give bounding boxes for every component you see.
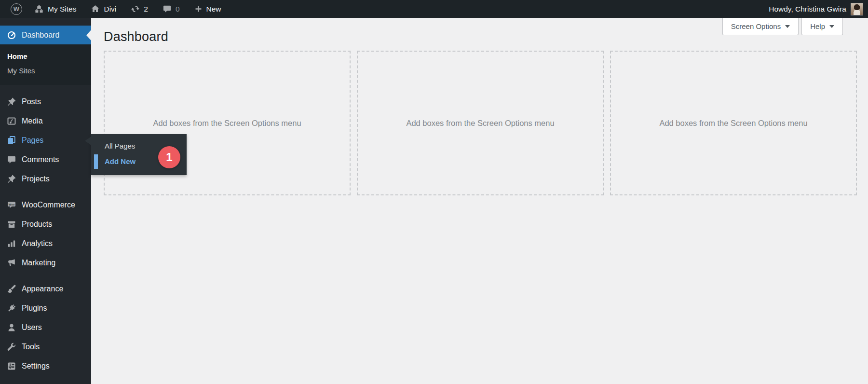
admin-bar: W My Sites Divi (0, 0, 868, 18)
sidebar-item-marketing[interactable]: Marketing (0, 253, 91, 273)
sidebar-item-projects[interactable]: Projects (0, 169, 91, 189)
sidebar-item-dashboard[interactable]: Dashboard (0, 26, 91, 44)
sidebar-item-label: Projects (22, 175, 50, 183)
comment-count: 0 (176, 5, 180, 14)
sidebar-item-label: Settings (22, 362, 50, 370)
main-content: Screen Options Help Dashboard Add boxes … (91, 18, 868, 384)
wordpress-admin-screen: W My Sites Divi (0, 0, 868, 384)
sidebar-item-woocommerce[interactable]: Woo WooCommerce (0, 195, 91, 215)
placeholder-box: Add boxes from the Screen Options menu (610, 51, 857, 195)
plus-icon (194, 5, 203, 13)
sidebar-item-products[interactable]: Products (0, 215, 91, 234)
comment-bubble-icon (7, 155, 16, 165)
sidebar-item-comments[interactable]: Comments (0, 150, 91, 169)
step-annotation-badge: 1 (158, 146, 180, 168)
sidebar-item-label: Appearance (22, 285, 63, 293)
chevron-down-icon (785, 25, 790, 28)
admin-bar-updates[interactable]: 2 (123, 0, 155, 18)
menu-separator (0, 85, 91, 92)
sidebar-item-label: Posts (22, 97, 41, 106)
sidebar-item-label: Tools (22, 343, 40, 351)
sidebar-item-analytics[interactable]: Analytics (0, 234, 91, 253)
placeholder-box: Add boxes from the Screen Options menu (357, 51, 604, 195)
dashboard-icon (7, 30, 16, 40)
placeholder-text: Add boxes from the Screen Options menu (406, 119, 554, 128)
dashboard-placeholder-boxes: Add boxes from the Screen Options menu A… (104, 51, 857, 195)
sidebar-item-posts[interactable]: Posts (0, 92, 91, 111)
help-button[interactable]: Help (801, 18, 843, 35)
sidebar-item-label: WooCommerce (22, 201, 75, 209)
menu-separator (0, 189, 91, 195)
help-label: Help (810, 22, 825, 30)
sidebar-item-label: Media (22, 117, 43, 125)
sidebar-item-appearance[interactable]: Appearance (0, 279, 91, 299)
admin-bar-my-sites[interactable]: My Sites (27, 0, 83, 18)
sidebar-item-tools[interactable]: Tools (0, 337, 91, 357)
sidebar-item-label: Pages (22, 136, 43, 145)
sidebar-item-plugins[interactable]: Plugins (0, 299, 91, 318)
woocommerce-icon: Woo (7, 200, 16, 210)
wordpress-logo-icon: W (11, 3, 22, 15)
update-icon (131, 4, 140, 14)
plug-icon (7, 303, 16, 313)
archive-box-icon (7, 219, 16, 229)
home-icon (91, 4, 100, 14)
sidebar-item-label: Users (22, 323, 42, 332)
my-sites-label: My Sites (48, 5, 76, 14)
sidebar-item-label: Dashboard (22, 31, 59, 40)
admin-bar-account[interactable]: Howdy, Christina Gwira (769, 0, 868, 18)
update-count: 2 (144, 5, 148, 14)
pin-icon (7, 174, 16, 184)
placeholder-text: Add boxes from the Screen Options menu (153, 119, 301, 128)
site-name-label: Divi (104, 5, 116, 14)
user-avatar (851, 3, 863, 15)
sidebar-item-label: Plugins (22, 304, 47, 313)
sidebar-item-label: Analytics (22, 239, 53, 248)
admin-bar-site-name[interactable]: Divi (83, 0, 123, 18)
screen-options-label: Screen Options (731, 22, 781, 30)
sidebar-item-pages[interactable]: Pages (0, 131, 91, 150)
pages-icon (7, 136, 16, 145)
wrench-icon (7, 342, 16, 352)
howdy-text: Howdy, Christina Gwira (769, 5, 846, 14)
sidebar-item-label: Products (22, 220, 52, 229)
pin-icon (7, 97, 16, 107)
chevron-down-icon (829, 25, 834, 28)
megaphone-icon (7, 258, 16, 268)
submenu-item-my-sites[interactable]: My Sites (0, 64, 91, 78)
screen-meta-links: Screen Options Help (722, 18, 843, 35)
media-icon (7, 116, 16, 126)
submenu-item-home[interactable]: Home (0, 49, 91, 64)
placeholder-text: Add boxes from the Screen Options menu (659, 119, 807, 128)
sidebar-item-label: Marketing (22, 259, 55, 267)
sidebar-item-media[interactable]: Media (0, 111, 91, 131)
admin-bar-comments[interactable]: 0 (155, 0, 187, 18)
pages-flyout-submenu: All Pages Add New 1 (91, 134, 187, 175)
menu-separator (0, 273, 91, 279)
svg-text:Woo: Woo (9, 203, 15, 206)
wordpress-logo-menu[interactable]: W (6, 0, 27, 18)
sidebar: Dashboard Home My Sites Posts Media (0, 18, 91, 384)
sidebar-item-users[interactable]: Users (0, 318, 91, 337)
bar-chart-icon (7, 239, 16, 248)
screen-options-button[interactable]: Screen Options (722, 18, 799, 35)
multisite-icon (34, 4, 44, 14)
sidebar-item-settings[interactable]: Settings (0, 357, 91, 376)
admin-bar-new[interactable]: New (187, 0, 229, 18)
new-label: New (206, 5, 221, 14)
admin-bar-left: W My Sites Divi (0, 0, 229, 18)
comments-icon (163, 4, 172, 14)
settings-sliders-icon (7, 361, 16, 371)
brush-icon (7, 284, 16, 294)
user-icon (7, 323, 16, 332)
sidebar-item-label: Comments (22, 155, 59, 164)
dashboard-submenu: Home My Sites (0, 44, 91, 85)
